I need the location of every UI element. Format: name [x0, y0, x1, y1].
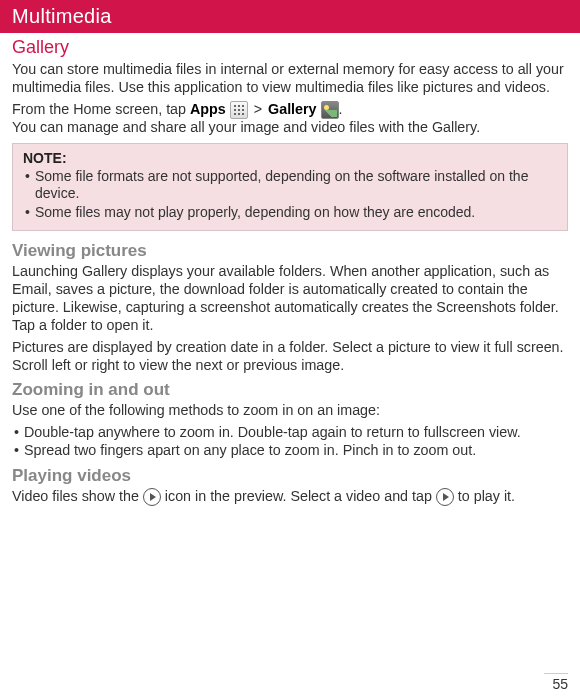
gallery-icon	[321, 101, 339, 119]
period: .	[339, 101, 343, 117]
note-item: Some file formats are not supported, dep…	[23, 168, 557, 203]
gallery-section-title: Gallery	[12, 37, 568, 58]
note-box: NOTE: Some file formats are not supporte…	[12, 143, 568, 232]
instruction-prefix: From the Home screen, tap	[12, 101, 190, 117]
breadcrumb-separator: >	[252, 101, 264, 117]
videos-section-title: Playing videos	[12, 466, 568, 486]
gallery-instruction: From the Home screen, tap Apps > Gallery…	[12, 101, 568, 137]
viewing-section-title: Viewing pictures	[12, 241, 568, 261]
play-icon	[436, 488, 454, 506]
play-icon	[143, 488, 161, 506]
zoom-item: Double-tap anywhere to zoom in. Double-t…	[12, 424, 568, 442]
videos-text: Video files show the icon in the preview…	[12, 488, 568, 506]
zoom-section-title: Zooming in and out	[12, 380, 568, 400]
note-title: NOTE:	[23, 150, 557, 166]
zoom-list: Double-tap anywhere to zoom in. Double-t…	[12, 424, 568, 460]
manage-line: You can manage and share all your image …	[12, 119, 480, 135]
viewing-p2: Pictures are displayed by creation date …	[12, 339, 568, 375]
videos-mid: icon in the preview. Select a video and …	[161, 488, 436, 504]
viewing-p1: Launching Gallery displays your availabl…	[12, 263, 568, 334]
note-list: Some file formats are not supported, dep…	[23, 168, 557, 222]
videos-prefix: Video files show the	[12, 488, 143, 504]
page-header: Multimedia	[0, 0, 580, 33]
note-item: Some files may not play properly, depend…	[23, 204, 557, 222]
page-content: Gallery You can store multimedia files i…	[0, 33, 580, 506]
apps-label: Apps	[190, 101, 226, 117]
videos-suffix: to play it.	[454, 488, 515, 504]
page-number: 55	[544, 673, 568, 692]
gallery-intro: You can store multimedia files in intern…	[12, 61, 568, 97]
header-title: Multimedia	[12, 5, 112, 27]
apps-icon	[230, 101, 248, 119]
zoom-item: Spread two fingers apart on any place to…	[12, 442, 568, 460]
zoom-intro: Use one of the following methods to zoom…	[12, 402, 568, 420]
gallery-label: Gallery	[268, 101, 316, 117]
